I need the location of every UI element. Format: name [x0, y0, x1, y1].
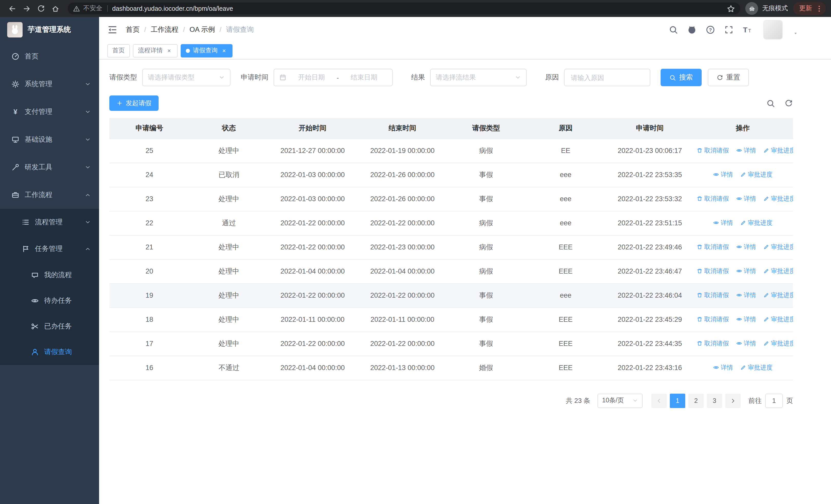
breadcrumb-item[interactable]: 首页 [126, 25, 140, 34]
page-button-3[interactable]: 3 [707, 393, 722, 408]
sidebar-item-system[interactable]: 系统管理 [0, 70, 99, 98]
leave-type-placeholder: 请选择请假类型 [148, 73, 195, 82]
toggle-search-icon[interactable] [766, 99, 775, 108]
sidebar: 芋道管理系统 首页系统管理¥支付管理基础设施研发工具工作流程流程管理任务管理我的… [0, 17, 99, 504]
security-label[interactable]: 不安全 [83, 4, 103, 13]
action-progress[interactable]: 审批进度 [763, 267, 793, 276]
sidebar-item-my-process[interactable]: 我的流程 [0, 262, 99, 288]
close-icon[interactable]: × [166, 47, 172, 54]
action-progress[interactable]: 审批进度 [763, 291, 793, 300]
font-size-icon[interactable]: TT [743, 25, 752, 34]
action-progress[interactable]: 审批进度 [763, 146, 793, 155]
browser-forward-button[interactable] [20, 1, 34, 16]
action-label: 详情 [744, 243, 756, 251]
breadcrumb-item[interactable]: OA 示例 [190, 25, 215, 34]
action-progress[interactable]: 审批进度 [763, 243, 793, 251]
start-date-placeholder[interactable]: 开始日期 [288, 73, 335, 82]
sidebar-collapse-icon[interactable] [107, 24, 118, 35]
sidebar-item-done-task[interactable]: 已办任务 [0, 314, 99, 339]
action-detail[interactable]: 详情 [736, 315, 756, 324]
apply-time-range-picker[interactable]: 开始日期 - 结束日期 [274, 69, 393, 86]
action-progress[interactable]: 审批进度 [740, 363, 773, 372]
action-cancel[interactable]: 取消请假 [696, 315, 729, 324]
action-progress[interactable]: 审批进度 [740, 170, 773, 179]
action-progress[interactable]: 审批进度 [740, 219, 773, 227]
page-size-select[interactable]: 10条/页 [598, 393, 642, 408]
action-cancel[interactable]: 取消请假 [696, 291, 729, 300]
search-icon[interactable] [669, 25, 678, 34]
sidebar-item-leave-query[interactable]: 请假查询 [0, 339, 99, 365]
sidebar-item-process-mgmt[interactable]: 流程管理 [0, 209, 99, 236]
update-label[interactable]: 更新 [799, 4, 812, 13]
github-icon[interactable] [687, 25, 696, 34]
action-detail[interactable]: 详情 [713, 170, 733, 179]
create-leave-label: 发起请假 [126, 99, 151, 108]
action-progress[interactable]: 审批进度 [763, 315, 793, 324]
action-detail[interactable]: 详情 [736, 146, 756, 155]
browser-back-button[interactable] [5, 1, 20, 16]
reset-button[interactable]: 重置 [708, 69, 749, 86]
action-detail[interactable]: 详情 [736, 291, 756, 300]
action-detail[interactable]: 详情 [736, 339, 756, 348]
action-detail[interactable]: 详情 [713, 219, 733, 227]
action-detail[interactable]: 详情 [736, 195, 756, 203]
action-cancel[interactable]: 取消请假 [696, 339, 729, 348]
sidebar-item-todo-task[interactable]: 待办任务 [0, 288, 99, 314]
cell-start: 2022-01-22 00:00:00 [268, 331, 357, 356]
tab-home[interactable]: 首页 [107, 44, 130, 57]
cell-type: 婚假 [448, 356, 524, 380]
browser-home-button[interactable] [48, 1, 63, 16]
cell-end: 2022-01-26 00:00:00 [357, 187, 448, 211]
arrow-right-icon [23, 4, 31, 12]
tab-process-detail[interactable]: 流程详情× [133, 44, 178, 57]
address-bar[interactable]: 不安全 dashboard.yudao.iocoder.cn/bpm/oa/le… [68, 3, 740, 14]
prev-page-button[interactable] [651, 393, 667, 408]
end-date-placeholder[interactable]: 结束日期 [341, 73, 387, 82]
dots-vertical-icon[interactable] [815, 4, 823, 12]
cell-actions: 详情审批进度 [692, 211, 793, 235]
page-button-2[interactable]: 2 [688, 393, 704, 408]
url-text[interactable]: dashboard.yudao.iocoder.cn/bpm/oa/leave [112, 5, 233, 12]
cell-applied: 2022-01-22 23:44:35 [607, 331, 692, 356]
goto-page-input[interactable] [765, 393, 783, 408]
leave-type-select[interactable]: 请选择请假类型 [142, 69, 230, 86]
next-page-button[interactable] [725, 393, 741, 408]
sidebar-item-devtools[interactable]: 研发工具 [0, 153, 99, 181]
create-leave-button[interactable]: 发起请假 [109, 95, 159, 111]
action-label: 审批进度 [771, 146, 793, 155]
close-icon[interactable]: × [221, 47, 227, 54]
action-detail[interactable]: 详情 [713, 363, 733, 372]
bookmark-star-icon[interactable] [727, 4, 735, 12]
browser-update-menu[interactable]: 更新 [793, 2, 826, 15]
browser-reload-button[interactable] [34, 1, 48, 16]
action-detail[interactable]: 详情 [736, 243, 756, 251]
caret-down-icon[interactable] [793, 31, 798, 36]
user-avatar[interactable] [763, 20, 783, 39]
refresh-table-icon[interactable] [784, 99, 793, 108]
result-select[interactable]: 请选择流结果 [430, 69, 526, 86]
action-progress[interactable]: 审批进度 [763, 339, 793, 348]
sidebar-item-task-mgmt[interactable]: 任务管理 [0, 236, 99, 262]
action-cancel[interactable]: 取消请假 [696, 146, 729, 155]
action-progress[interactable]: 审批进度 [763, 195, 793, 203]
fullscreen-icon[interactable] [724, 25, 734, 34]
action-cancel[interactable]: 取消请假 [696, 195, 729, 203]
eye-icon [736, 317, 742, 323]
cell-start: 2021-12-27 00:00:00 [268, 139, 357, 163]
sidebar-item-workflow[interactable]: 工作流程 [0, 181, 99, 209]
edit-icon [740, 365, 746, 371]
action-cancel[interactable]: 取消请假 [696, 243, 729, 251]
reason-input[interactable] [570, 73, 645, 82]
breadcrumb-item[interactable]: 工作流程 [151, 25, 178, 34]
help-icon[interactable]: ? [706, 25, 715, 34]
action-detail[interactable]: 详情 [736, 267, 756, 276]
sidebar-item-payment[interactable]: ¥支付管理 [0, 98, 99, 126]
sidebar-item-infrastructure[interactable]: 基础设施 [0, 126, 99, 153]
search-button[interactable]: 搜索 [661, 69, 701, 86]
sidebar-item-home[interactable]: 首页 [0, 42, 99, 70]
tab-leave-query[interactable]: 请假查询× [181, 44, 232, 57]
action-cancel[interactable]: 取消请假 [696, 267, 729, 276]
page-button-1[interactable]: 1 [670, 393, 685, 408]
cell-start: 2022-01-22 00:00:00 [268, 283, 357, 307]
cell-applied: 2022-01-22 23:43:16 [607, 356, 692, 380]
